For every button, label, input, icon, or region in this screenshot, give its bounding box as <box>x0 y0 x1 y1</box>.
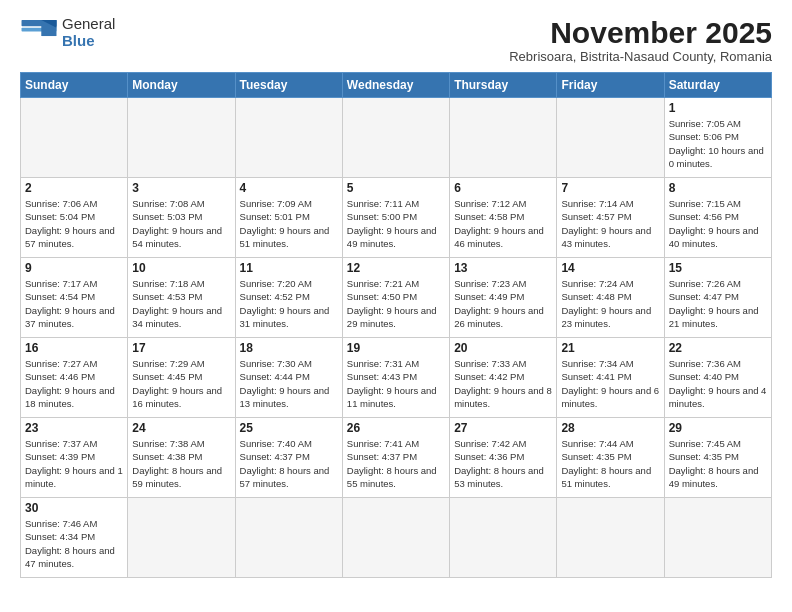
day-number: 30 <box>25 501 123 515</box>
day-number: 20 <box>454 341 552 355</box>
week-row-6: 30Sunrise: 7:46 AMSunset: 4:34 PMDayligh… <box>21 498 772 578</box>
calendar-cell <box>342 98 449 178</box>
calendar-cell <box>128 498 235 578</box>
calendar-cell: 4Sunrise: 7:09 AMSunset: 5:01 PMDaylight… <box>235 178 342 258</box>
day-number: 17 <box>132 341 230 355</box>
calendar-cell <box>450 498 557 578</box>
day-number: 7 <box>561 181 659 195</box>
day-number: 28 <box>561 421 659 435</box>
day-number: 6 <box>454 181 552 195</box>
calendar-cell: 2Sunrise: 7:06 AMSunset: 5:04 PMDaylight… <box>21 178 128 258</box>
calendar-cell: 14Sunrise: 7:24 AMSunset: 4:48 PMDayligh… <box>557 258 664 338</box>
calendar-cell <box>342 498 449 578</box>
day-info: Sunrise: 7:31 AMSunset: 4:43 PMDaylight:… <box>347 357 445 410</box>
day-number: 2 <box>25 181 123 195</box>
day-info: Sunrise: 7:18 AMSunset: 4:53 PMDaylight:… <box>132 277 230 330</box>
weekday-header-friday: Friday <box>557 73 664 98</box>
day-number: 5 <box>347 181 445 195</box>
weekday-header-thursday: Thursday <box>450 73 557 98</box>
day-number: 3 <box>132 181 230 195</box>
day-number: 10 <box>132 261 230 275</box>
day-info: Sunrise: 7:30 AMSunset: 4:44 PMDaylight:… <box>240 357 338 410</box>
calendar-cell: 13Sunrise: 7:23 AMSunset: 4:49 PMDayligh… <box>450 258 557 338</box>
calendar-cell <box>128 98 235 178</box>
day-info: Sunrise: 7:12 AMSunset: 4:58 PMDaylight:… <box>454 197 552 250</box>
day-number: 11 <box>240 261 338 275</box>
calendar-cell: 18Sunrise: 7:30 AMSunset: 4:44 PMDayligh… <box>235 338 342 418</box>
weekday-header-wednesday: Wednesday <box>342 73 449 98</box>
day-number: 26 <box>347 421 445 435</box>
week-row-5: 23Sunrise: 7:37 AMSunset: 4:39 PMDayligh… <box>21 418 772 498</box>
day-info: Sunrise: 7:45 AMSunset: 4:35 PMDaylight:… <box>669 437 767 490</box>
calendar-cell <box>21 98 128 178</box>
day-info: Sunrise: 7:46 AMSunset: 4:34 PMDaylight:… <box>25 517 123 570</box>
calendar-cell: 27Sunrise: 7:42 AMSunset: 4:36 PMDayligh… <box>450 418 557 498</box>
calendar-cell: 9Sunrise: 7:17 AMSunset: 4:54 PMDaylight… <box>21 258 128 338</box>
calendar-cell: 25Sunrise: 7:40 AMSunset: 4:37 PMDayligh… <box>235 418 342 498</box>
day-number: 29 <box>669 421 767 435</box>
week-row-1: 1Sunrise: 7:05 AMSunset: 5:06 PMDaylight… <box>21 98 772 178</box>
day-info: Sunrise: 7:33 AMSunset: 4:42 PMDaylight:… <box>454 357 552 410</box>
day-number: 25 <box>240 421 338 435</box>
day-info: Sunrise: 7:24 AMSunset: 4:48 PMDaylight:… <box>561 277 659 330</box>
week-row-2: 2Sunrise: 7:06 AMSunset: 5:04 PMDaylight… <box>21 178 772 258</box>
header: General Blue November 2025 Rebrisoara, B… <box>20 16 772 64</box>
calendar-table: SundayMondayTuesdayWednesdayThursdayFrid… <box>20 72 772 578</box>
calendar-cell <box>664 498 771 578</box>
day-info: Sunrise: 7:36 AMSunset: 4:40 PMDaylight:… <box>669 357 767 410</box>
weekday-header-tuesday: Tuesday <box>235 73 342 98</box>
calendar-cell <box>235 498 342 578</box>
weekday-header-monday: Monday <box>128 73 235 98</box>
day-info: Sunrise: 7:15 AMSunset: 4:56 PMDaylight:… <box>669 197 767 250</box>
day-info: Sunrise: 7:11 AMSunset: 5:00 PMDaylight:… <box>347 197 445 250</box>
day-info: Sunrise: 7:05 AMSunset: 5:06 PMDaylight:… <box>669 117 767 170</box>
weekday-header-saturday: Saturday <box>664 73 771 98</box>
day-info: Sunrise: 7:44 AMSunset: 4:35 PMDaylight:… <box>561 437 659 490</box>
title-area: November 2025 Rebrisoara, Bistrita-Nasau… <box>509 16 772 64</box>
day-info: Sunrise: 7:09 AMSunset: 5:01 PMDaylight:… <box>240 197 338 250</box>
calendar-cell: 12Sunrise: 7:21 AMSunset: 4:50 PMDayligh… <box>342 258 449 338</box>
day-info: Sunrise: 7:20 AMSunset: 4:52 PMDaylight:… <box>240 277 338 330</box>
calendar-cell: 21Sunrise: 7:34 AMSunset: 4:41 PMDayligh… <box>557 338 664 418</box>
day-info: Sunrise: 7:26 AMSunset: 4:47 PMDaylight:… <box>669 277 767 330</box>
day-number: 12 <box>347 261 445 275</box>
day-info: Sunrise: 7:17 AMSunset: 4:54 PMDaylight:… <box>25 277 123 330</box>
day-number: 16 <box>25 341 123 355</box>
month-title: November 2025 <box>509 16 772 49</box>
calendar-cell: 8Sunrise: 7:15 AMSunset: 4:56 PMDaylight… <box>664 178 771 258</box>
calendar-cell: 26Sunrise: 7:41 AMSunset: 4:37 PMDayligh… <box>342 418 449 498</box>
calendar-cell: 17Sunrise: 7:29 AMSunset: 4:45 PMDayligh… <box>128 338 235 418</box>
calendar-cell: 19Sunrise: 7:31 AMSunset: 4:43 PMDayligh… <box>342 338 449 418</box>
day-number: 9 <box>25 261 123 275</box>
day-info: Sunrise: 7:40 AMSunset: 4:37 PMDaylight:… <box>240 437 338 490</box>
calendar-cell <box>557 498 664 578</box>
weekday-header-sunday: Sunday <box>21 73 128 98</box>
day-info: Sunrise: 7:23 AMSunset: 4:49 PMDaylight:… <box>454 277 552 330</box>
day-number: 14 <box>561 261 659 275</box>
day-number: 27 <box>454 421 552 435</box>
logo-blue: Blue <box>62 33 115 50</box>
day-number: 15 <box>669 261 767 275</box>
day-info: Sunrise: 7:38 AMSunset: 4:38 PMDaylight:… <box>132 437 230 490</box>
calendar-cell: 20Sunrise: 7:33 AMSunset: 4:42 PMDayligh… <box>450 338 557 418</box>
generalblue-logo-icon <box>20 17 58 49</box>
calendar-cell: 23Sunrise: 7:37 AMSunset: 4:39 PMDayligh… <box>21 418 128 498</box>
day-number: 24 <box>132 421 230 435</box>
day-info: Sunrise: 7:14 AMSunset: 4:57 PMDaylight:… <box>561 197 659 250</box>
day-info: Sunrise: 7:27 AMSunset: 4:46 PMDaylight:… <box>25 357 123 410</box>
day-number: 19 <box>347 341 445 355</box>
day-info: Sunrise: 7:06 AMSunset: 5:04 PMDaylight:… <box>25 197 123 250</box>
calendar-cell: 6Sunrise: 7:12 AMSunset: 4:58 PMDaylight… <box>450 178 557 258</box>
calendar-cell: 16Sunrise: 7:27 AMSunset: 4:46 PMDayligh… <box>21 338 128 418</box>
day-info: Sunrise: 7:41 AMSunset: 4:37 PMDaylight:… <box>347 437 445 490</box>
logo-general: General <box>62 16 115 33</box>
day-number: 22 <box>669 341 767 355</box>
day-number: 13 <box>454 261 552 275</box>
calendar-cell <box>235 98 342 178</box>
calendar-cell: 11Sunrise: 7:20 AMSunset: 4:52 PMDayligh… <box>235 258 342 338</box>
day-info: Sunrise: 7:21 AMSunset: 4:50 PMDaylight:… <box>347 277 445 330</box>
calendar-cell: 28Sunrise: 7:44 AMSunset: 4:35 PMDayligh… <box>557 418 664 498</box>
calendar-cell: 1Sunrise: 7:05 AMSunset: 5:06 PMDaylight… <box>664 98 771 178</box>
calendar-cell: 10Sunrise: 7:18 AMSunset: 4:53 PMDayligh… <box>128 258 235 338</box>
day-info: Sunrise: 7:08 AMSunset: 5:03 PMDaylight:… <box>132 197 230 250</box>
